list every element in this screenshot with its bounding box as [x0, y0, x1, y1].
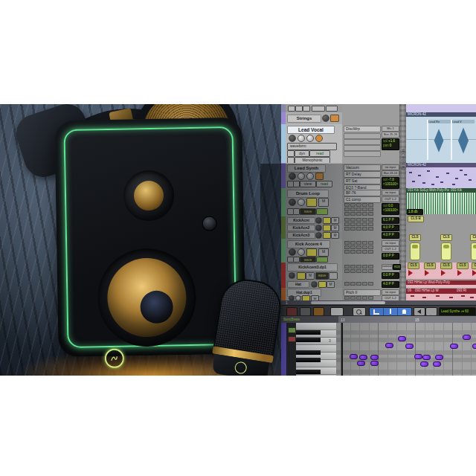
empty-slot[interactable] [362, 250, 367, 254]
empty-slot[interactable] [362, 203, 367, 207]
midi-clip-chip[interactable]: CLS [470, 234, 476, 241]
record-button[interactable] [289, 173, 296, 180]
mini-button[interactable] [293, 181, 300, 187]
track-view-selector[interactable]: wave [315, 272, 329, 280]
mini-volume-display[interactable]: 4.0 P P [382, 225, 399, 231]
empty-slot[interactable] [344, 296, 350, 300]
piano-black-key[interactable] [296, 330, 321, 335]
input-button[interactable] [323, 217, 331, 224]
input-monitor-button[interactable] [315, 173, 324, 180]
empty-slot[interactable] [368, 212, 373, 216]
empty-slot[interactable] [368, 245, 373, 249]
volume-pan-display[interactable]: vol +1.6 pan 0 [382, 138, 399, 150]
empty-slot[interactable] [362, 222, 367, 226]
insert-slot[interactable]: Vacuum [344, 164, 381, 171]
empty-slot[interactable] [344, 218, 350, 222]
empty-slot[interactable] [344, 269, 350, 273]
empty-slot[interactable] [368, 296, 373, 300]
track-name[interactable]: KickAcn3 [287, 232, 315, 239]
midi-note[interactable] [472, 344, 476, 349]
empty-slot[interactable] [368, 218, 373, 222]
automation-mode-button[interactable]: read [316, 181, 332, 187]
automation-mode-button[interactable]: read [309, 150, 330, 157]
selector-tool-button[interactable] [384, 308, 398, 315]
input-selector[interactable]: no input [382, 164, 399, 170]
record-button[interactable] [289, 135, 296, 142]
midi-note[interactable] [422, 355, 431, 360]
empty-slot[interactable] [368, 250, 373, 254]
empty-slot[interactable] [344, 250, 350, 254]
empty-slot[interactable] [350, 296, 356, 300]
mute-mini-button[interactable] [288, 336, 296, 342]
mini-button[interactable] [326, 106, 338, 112]
midi-note[interactable] [357, 361, 365, 366]
empty-slot[interactable] [356, 203, 361, 207]
record-button[interactable] [315, 225, 322, 231]
piano-black-key[interactable] [296, 338, 321, 342]
record-button[interactable] [315, 232, 322, 239]
empty-slot[interactable] [344, 222, 350, 226]
solo-button[interactable] [298, 248, 305, 256]
midi-note[interactable] [433, 361, 441, 367]
track-name[interactable]: Drum Loop [287, 190, 329, 198]
note-grid[interactable] [336, 323, 476, 376]
empty-slot[interactable] [368, 203, 373, 207]
midi-clip-chip[interactable]: CLS [472, 263, 476, 269]
elastic-audio-button[interactable] [316, 208, 328, 215]
empty-slot[interactable] [356, 282, 361, 286]
record-button[interactable] [322, 115, 329, 122]
midi-clip-chip[interactable]: CLS [440, 263, 452, 269]
midi-clip-chip[interactable]: CLS [440, 234, 452, 241]
input-button[interactable] [297, 272, 306, 280]
mute-button[interactable]: M [318, 198, 329, 207]
track-name[interactable]: KickAcent3.dp1 [287, 263, 338, 271]
track-name[interactable]: Strings [287, 115, 321, 123]
record-button[interactable] [289, 248, 296, 256]
empty-slot[interactable] [356, 218, 361, 222]
track-name[interactable]: Lead Synth [287, 164, 326, 173]
piano-white-key[interactable] [296, 323, 336, 330]
elastic-audio-button[interactable] [316, 257, 328, 263]
vocal-audio-region[interactable]: Lead Re Lead V [406, 117, 476, 163]
empty-slot[interactable] [350, 222, 356, 226]
empty-slot[interactable] [344, 227, 350, 231]
track-name[interactable]: Kick Accent 4 [287, 240, 330, 248]
mute-button[interactable]: M [331, 225, 339, 231]
mini-button[interactable] [329, 272, 338, 280]
insert-slot[interactable]: RT Sat [344, 178, 381, 184]
midi-clip-chip[interactable]: CLS [409, 234, 421, 241]
mini-button[interactable] [312, 106, 325, 112]
mini-volume-display[interactable]: 0.0 P P [382, 253, 399, 260]
empty-slot[interactable] [356, 269, 361, 273]
hat-region[interactable] [406, 285, 476, 288]
solo-button[interactable] [330, 115, 339, 122]
clip-label[interactable]: 093 HiHat Lp W [414, 289, 455, 294]
track-view-selector[interactable]: waveform [287, 143, 337, 150]
midi-note[interactable] [414, 354, 422, 359]
midi-note[interactable] [350, 354, 358, 359]
midi-note[interactable] [463, 335, 471, 340]
empty-slot[interactable] [356, 265, 361, 268]
empty-slot[interactable] [368, 265, 373, 268]
clip-label[interactable]: 09 [406, 289, 414, 294]
insert-slot[interactable]: BF-76 [344, 190, 381, 196]
trim-tool-button[interactable] [370, 308, 384, 315]
output-selector[interactable]: Bus 23-24 [382, 170, 399, 176]
midi-note[interactable] [370, 355, 379, 360]
piano-black-key[interactable] [296, 370, 321, 374]
mini-volume-display[interactable]: 4.0 P P [382, 232, 399, 239]
empty-slot[interactable] [368, 282, 373, 286]
midi-note[interactable] [359, 355, 367, 360]
input-button[interactable] [318, 281, 327, 288]
midi-note[interactable] [370, 361, 379, 366]
record-button[interactable] [289, 199, 296, 206]
input-button[interactable] [323, 232, 331, 239]
mini-button[interactable] [293, 208, 300, 215]
empty-slot[interactable] [344, 265, 350, 268]
output-selector[interactable]: OUT 1-2 [382, 246, 399, 252]
solo-mini-button[interactable] [288, 327, 296, 333]
insert-slot-empty[interactable] [344, 133, 381, 139]
mini-volume-display[interactable]: 4.0 P P [382, 281, 399, 288]
empty-slot[interactable] [344, 208, 350, 211]
midi-note[interactable] [450, 344, 458, 349]
